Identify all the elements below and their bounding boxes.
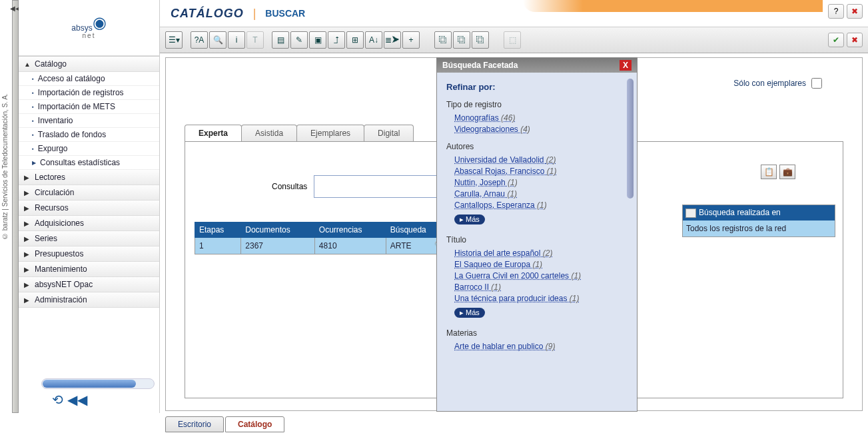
- tool-tree[interactable]: ⊞: [346, 31, 364, 49]
- person-icon: [685, 209, 696, 218]
- sidebar-sub-2[interactable]: Importación de METS: [19, 100, 159, 114]
- solo-checkbox[interactable]: [811, 78, 822, 89]
- facet-link[interactable]: Universidad de Valladolid (2): [454, 155, 628, 165]
- tab-experta[interactable]: Experta: [185, 125, 242, 141]
- sidebar-menu: ▲Catálogo Acceso al catálogoImportación …: [19, 56, 159, 308]
- menu-catalogo[interactable]: ▲Catálogo: [19, 57, 159, 72]
- sidebar-item-5[interactable]: ▶Presupuestos: [19, 246, 159, 262]
- solo-label: Sólo con ejemplares: [733, 79, 806, 88]
- sidebar-sub-1[interactable]: Importación de registros: [19, 86, 159, 100]
- facet-refine-label: Refinar por:: [446, 82, 628, 92]
- sidebar-item-8[interactable]: ▶Administración: [19, 292, 159, 308]
- tool-copy2[interactable]: ⿻: [453, 31, 470, 49]
- header-action-buscar[interactable]: BUSCAR: [265, 8, 305, 19]
- facet-link[interactable]: Una técnica para producir ideas (1): [454, 294, 628, 303]
- facet-link[interactable]: Arte de hablar en publico (9): [454, 342, 628, 351]
- sidebar-collapse[interactable]: ◀◀: [12, 0, 19, 413]
- bottom-tab-escritorio[interactable]: Escritorio: [165, 416, 224, 432]
- search-scope-table: Búsqueda realizada en Todos los registro…: [682, 205, 835, 237]
- bottom-tab-catálogo[interactable]: Catálogo: [225, 416, 284, 432]
- cancel-button[interactable]: ✖: [847, 33, 863, 47]
- facet-link[interactable]: Carulla, Arnau (1): [454, 189, 628, 199]
- back-icon[interactable]: ◀◀: [67, 392, 87, 408]
- page-title: CATÁLOGO: [171, 7, 244, 21]
- tool-add[interactable]: +: [402, 31, 420, 49]
- tool-up[interactable]: ⮥: [328, 31, 345, 49]
- sidebar-item-0[interactable]: ▶Lectores: [19, 170, 159, 185]
- tool-sort[interactable]: A↓: [365, 31, 382, 49]
- tool-edit[interactable]: ✎: [290, 31, 308, 49]
- sidebar-sub-6[interactable]: Consultas estadísticas: [19, 156, 159, 170]
- sidebar-item-4[interactable]: ▶Series: [19, 231, 159, 246]
- results-table: EtapasDocumentosOcurrenciasBúsqueda 1236…: [195, 222, 448, 254]
- tool-copy1[interactable]: ⿻: [434, 31, 452, 49]
- refresh-icon[interactable]: ⟲: [52, 392, 63, 408]
- sidebar-item-3[interactable]: ▶Adquisiciones: [19, 216, 159, 231]
- sidebar-sub-3[interactable]: Inventario: [19, 114, 159, 128]
- help-button[interactable]: ?: [828, 4, 844, 19]
- sidebar-item-6[interactable]: ▶Mantenimiento: [19, 262, 159, 277]
- facet-link[interactable]: Barroco II (1): [454, 282, 628, 292]
- facet-scrollbar[interactable]: [626, 78, 634, 404]
- consultas-label: Consultas: [272, 182, 307, 191]
- facet-panel: Búsqueda Facetada X Refinar por: Tipo de…: [436, 57, 638, 412]
- tab-ejemplares[interactable]: Ejemplares: [296, 125, 364, 141]
- facet-title: Búsqueda Facetada: [442, 61, 518, 70]
- sidebar-sub-5[interactable]: Expurgo: [19, 142, 159, 156]
- tool-search-a[interactable]: ?A: [191, 31, 208, 49]
- tool-text[interactable]: T: [246, 31, 264, 49]
- tab-digital[interactable]: Digital: [364, 125, 414, 141]
- toolbar: ☰▾ ?A 🔍 i T ▤ ✎ ▣ ⮥ ⊞ A↓ ≣⮞ + ⿻ ⿻ ⿻ ⬚ ✔ …: [160, 27, 868, 53]
- facet-link[interactable]: Videograbaciones (4): [454, 125, 628, 134]
- sidebar-item-1[interactable]: ▶Circulación: [19, 185, 159, 201]
- sidebar-scrollbar[interactable]: [41, 378, 155, 389]
- tool-form[interactable]: ▤: [272, 31, 289, 49]
- facet-link[interactable]: Abascal Rojas, Francisco (1): [454, 167, 628, 176]
- tool-zoom[interactable]: 🔍: [209, 31, 226, 49]
- facet-more[interactable]: ▸ Más: [454, 215, 485, 224]
- brand-logo: absys◉ net: [19, 0, 159, 56]
- tool-copy3[interactable]: ⿻: [472, 31, 489, 49]
- tool-info[interactable]: i: [228, 31, 245, 49]
- clipboard-icon[interactable]: 📋: [761, 165, 777, 179]
- close-button[interactable]: ✖: [847, 4, 863, 19]
- tool-tag[interactable]: ⬚: [504, 31, 521, 49]
- facet-close-button[interactable]: X: [620, 60, 632, 71]
- facet-link[interactable]: Monografías (46): [454, 113, 628, 123]
- facet-more[interactable]: ▸ Más: [454, 308, 485, 318]
- tab-asistida[interactable]: Asistida: [241, 125, 297, 141]
- facet-link[interactable]: Historia del arte español (2): [454, 248, 628, 258]
- tool-layers[interactable]: ▣: [309, 31, 326, 49]
- facet-link[interactable]: Nuttin, Joseph (1): [454, 178, 628, 187]
- sidebar-item-7[interactable]: ▶absysNET Opac: [19, 277, 159, 292]
- sidebar-item-2[interactable]: ▶Recursos: [19, 201, 159, 216]
- sidebar-sub-4[interactable]: Traslado de fondos: [19, 128, 159, 142]
- sidebar-sub-0[interactable]: Acceso al catálogo: [19, 72, 159, 86]
- facet-link[interactable]: Cantallops, Esperanza (1): [454, 201, 628, 210]
- company-credit: © baratz | Servicios de Teledocumentació…: [1, 13, 12, 320]
- tool-align[interactable]: ≣⮞: [384, 31, 401, 49]
- tool-list[interactable]: ☰▾: [165, 31, 183, 49]
- facet-link[interactable]: La Guerra Civil en 2000 carteles (1): [454, 271, 628, 280]
- confirm-button[interactable]: ✔: [828, 33, 844, 47]
- briefcase-icon[interactable]: 💼: [779, 165, 795, 179]
- page-header: CATÁLOGO | BUSCAR ? ✖: [160, 0, 868, 27]
- facet-link[interactable]: El Saqueo de Europa (1): [454, 260, 628, 269]
- sidebar: absys◉ net ▲Catálogo Acceso al catálogoI…: [19, 0, 160, 413]
